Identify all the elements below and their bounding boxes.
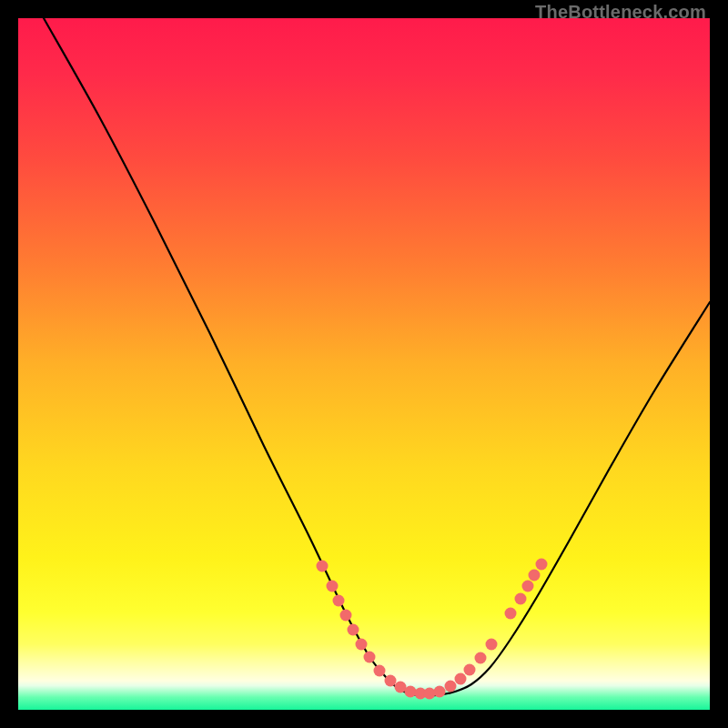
data-dot [505, 608, 517, 620]
data-dot [385, 675, 397, 687]
bottleneck-curve [18, 18, 710, 710]
data-dot [405, 686, 417, 698]
data-dot [364, 652, 376, 663]
data-dot [333, 595, 345, 607]
data-dot [486, 639, 498, 651]
data-dot [536, 559, 548, 571]
data-dots [317, 559, 548, 700]
curve-path [44, 18, 710, 696]
data-dot [374, 665, 386, 677]
data-dot [464, 664, 476, 676]
data-dot [424, 688, 436, 700]
data-dot [327, 581, 339, 592]
outer-frame: TheBottleneck.com [0, 0, 728, 728]
data-dot [356, 639, 368, 651]
data-dot [529, 570, 541, 581]
data-dot [317, 561, 329, 572]
data-dot [445, 681, 457, 693]
data-dot [434, 686, 446, 698]
data-dot [455, 673, 467, 685]
data-dot [475, 652, 487, 664]
data-dot [515, 593, 527, 605]
data-dot [348, 624, 359, 636]
data-dot [522, 581, 534, 592]
plot-area [18, 18, 710, 710]
data-dot [340, 610, 352, 622]
